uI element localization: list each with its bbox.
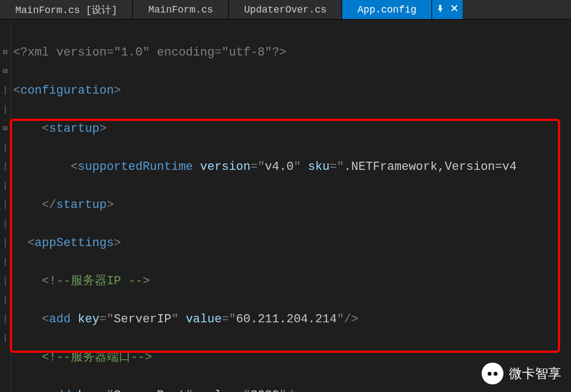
tag-configuration-open: configuration — [20, 84, 114, 97]
value-serverport: 8080 — [251, 389, 280, 392]
comment-serverport: 服务器端口 — [71, 351, 131, 364]
close-icon[interactable] — [451, 4, 458, 15]
tag-appsettings-open: appSettings — [35, 236, 114, 250]
editor-area[interactable]: ⊟ ⊟ │ │ ⊟ │ │ │ │ │ │ │ │ │ │ │ <?xml ve… — [0, 20, 571, 392]
tag-supportedruntime: supportedRuntime — [78, 160, 193, 174]
code-content[interactable]: <?xml version="1.0" encoding="utf-8"?> <… — [11, 20, 571, 392]
tag-startup-open: startup — [49, 122, 99, 136]
tab-app-config[interactable]: App.config — [342, 0, 432, 19]
key-serverip: ServerIP — [114, 313, 172, 326]
tab-actions — [432, 0, 463, 19]
tab-updaterover-cs[interactable]: UpdaterOver.cs — [229, 0, 342, 19]
tab-bar: MainForm.cs [设计] MainForm.cs UpdaterOver… — [0, 0, 571, 20]
xml-declaration: <?xml version="1.0" encoding="utf-8"?> — [13, 46, 287, 59]
watermark: 微卡智享 — [482, 363, 561, 384]
watermark-text: 微卡智享 — [509, 365, 561, 382]
attr-version: v4.0 — [265, 160, 294, 174]
svg-rect-2 — [440, 10, 441, 12]
key-serverport: ServerPort — [114, 389, 186, 392]
code-gutter: ⊟ ⊟ │ │ ⊟ │ │ │ │ │ │ │ │ │ │ │ — [0, 20, 11, 392]
attr-sku: .NETFramework,Version=v4 — [344, 160, 517, 174]
wechat-icon — [482, 363, 503, 384]
pin-icon[interactable] — [436, 4, 444, 15]
value-serverip: 60.211.204.214 — [236, 313, 337, 326]
svg-rect-0 — [439, 5, 441, 9]
comment-serverip: 服务器IP — [71, 274, 129, 288]
svg-rect-1 — [438, 9, 442, 10]
tab-mainform-design[interactable]: MainForm.cs [设计] — [0, 0, 133, 19]
tab-mainform-cs[interactable]: MainForm.cs — [133, 0, 229, 19]
tag-startup-close: startup — [56, 198, 106, 212]
